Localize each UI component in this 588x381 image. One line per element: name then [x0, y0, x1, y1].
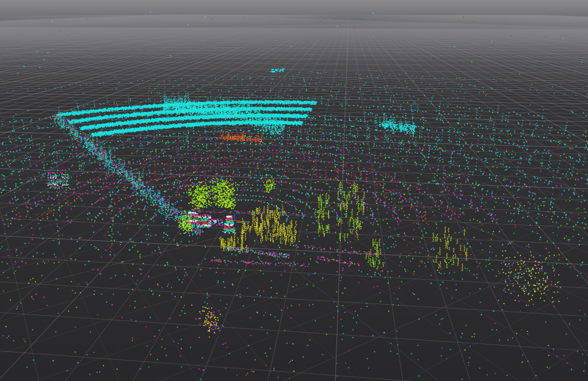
- pointcloud-viewport-canvas[interactable]: [0, 0, 588, 381]
- rviz-render-window: base_link: [0, 0, 588, 381]
